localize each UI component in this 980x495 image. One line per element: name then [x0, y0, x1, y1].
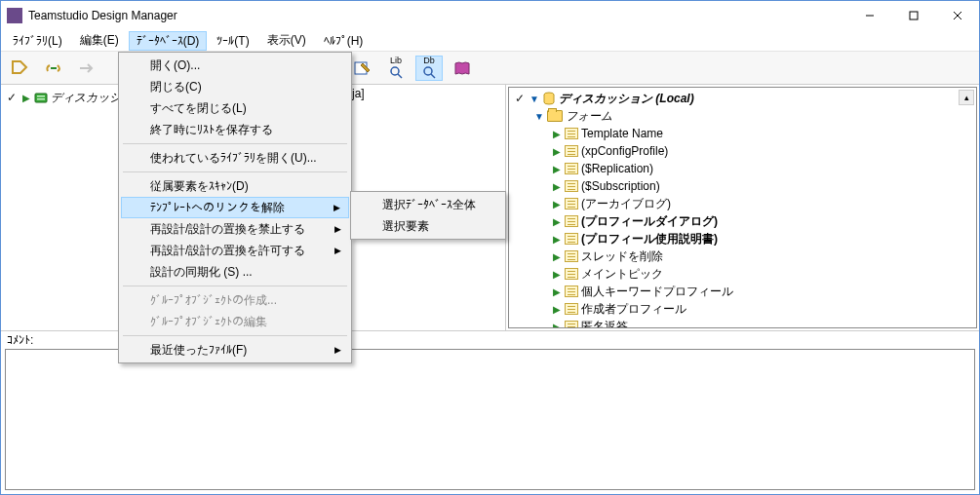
tree-item[interactable]: ($Replication) [513, 160, 972, 177]
expand-arrow-icon[interactable] [552, 146, 562, 157]
scroll-up-icon[interactable]: ▴ [959, 90, 974, 105]
menu-open[interactable]: 開く(O)... [121, 55, 349, 76]
menu-recent-files[interactable]: 最近使ったﾌｧｲﾙ(F)▶ [121, 339, 349, 361]
form-icon [565, 250, 578, 262]
expand-arrow-icon[interactable] [21, 93, 31, 103]
right-root-label: ディスカッション (Local) [559, 91, 694, 107]
expand-arrow-icon[interactable] [552, 181, 562, 192]
tree-item-label: 作成者プロフィール [581, 301, 686, 318]
menu-save-on-exit[interactable]: 終了時にﾘｽﾄを保存する [121, 119, 349, 140]
close-button[interactable] [935, 2, 979, 29]
menu-tool[interactable]: ﾂｰﾙ(T) [209, 31, 256, 51]
titlebar: Teamstudio Design Manager [1, 1, 979, 30]
tool-lib-search-icon[interactable]: Lib [382, 56, 410, 81]
tree-item[interactable]: Template Name [513, 125, 972, 142]
tree-item-label: (プロフィールダイアログ) [581, 213, 718, 230]
menu-separator [123, 171, 347, 172]
menu-separator [123, 143, 347, 144]
form-icon [565, 163, 578, 174]
tree-item[interactable]: ($Subscription) [513, 177, 972, 195]
tree-item[interactable]: (プロフィール使用説明書) [513, 230, 972, 248]
menu-library[interactable]: ﾗｲﾌﾞﾗﾘ(L) [5, 31, 70, 51]
database-dropdown: 開く(O)... 閉じる(C) すべてを閉じる(L) 終了時にﾘｽﾄを保存する … [118, 52, 352, 363]
menu-separator [123, 286, 347, 286]
expand-arrow-icon[interactable] [552, 304, 562, 315]
submenu-entire-db[interactable]: 選択ﾃﾞｰﾀﾍﾞｰｽ全体 [353, 194, 503, 215]
collapse-arrow-icon[interactable] [529, 94, 539, 104]
lib-label: Lib [390, 57, 402, 65]
svg-rect-12 [37, 98, 45, 100]
submenu-arrow-icon: ▶ [334, 345, 341, 355]
tree-item[interactable]: スレッドを削除 [513, 248, 972, 265]
tree-item[interactable]: メイントピック [513, 265, 972, 283]
app-window: Teamstudio Design Manager ﾗｲﾌﾞﾗﾘ(L) 編集(E… [0, 0, 980, 495]
menu-forbid-redesign[interactable]: 再設計/設計の置換を禁止する▶ [121, 218, 349, 240]
expand-arrow-icon[interactable] [552, 234, 562, 245]
form-icon [565, 215, 578, 227]
tool-link-icon[interactable] [40, 56, 67, 81]
tree-item-label: ($Replication) [581, 162, 653, 175]
tree-item-label: (xpConfigProfile) [581, 144, 668, 158]
comment-textarea[interactable] [5, 349, 975, 490]
svg-rect-1 [910, 12, 918, 19]
tree-item[interactable]: (プロフィールダイアログ) [513, 212, 972, 230]
submenu-arrow-icon: ▶ [334, 224, 341, 234]
menu-sync-design[interactable]: 設計の同期化 (S) ... [121, 261, 349, 283]
right-tree[interactable]: ▴ ディスカッション (Local) フォーム Template Name [508, 87, 977, 328]
expand-arrow-icon[interactable] [552, 251, 562, 262]
expand-arrow-icon[interactable] [552, 199, 562, 209]
menu-view[interactable]: 表示(V) [259, 29, 314, 52]
tree-item-label: Template Name [581, 127, 663, 140]
menu-allow-redesign[interactable]: 再設計/設計の置換を許可する▶ [121, 240, 349, 261]
menu-create-group: ｸﾞﾙｰﾌﾟｵﾌﾞｼﾞｪｸﾄの作成... [121, 289, 349, 311]
tree-item[interactable]: (xpConfigProfile) [513, 142, 972, 160]
right-form-folder[interactable]: フォーム [513, 107, 972, 125]
expand-arrow-icon[interactable] [552, 216, 562, 227]
menu-help[interactable]: ﾍﾙﾌﾟ(H) [316, 31, 372, 51]
minimize-button[interactable] [847, 2, 891, 29]
tool-edit-form-icon[interactable] [349, 56, 376, 81]
expand-arrow-icon[interactable] [552, 129, 562, 139]
tool-db-search-icon[interactable]: Db [415, 56, 443, 81]
form-icon [565, 286, 578, 297]
database-icon [542, 92, 556, 105]
tree-item[interactable]: 作成者プロフィール [513, 300, 972, 318]
tree-item-label: 匿名返答 [581, 319, 628, 329]
menu-edit[interactable]: 編集(E) [72, 29, 127, 52]
tool-book-icon[interactable] [449, 56, 476, 81]
tree-item-label: 個人キーワードプロフィール [581, 284, 733, 300]
form-icon [565, 128, 578, 139]
window-title: Teamstudio Design Manager [28, 9, 847, 22]
menu-scan-dependents[interactable]: 従属要素をｽｷｬﾝ(D) [121, 175, 349, 197]
expand-arrow-icon[interactable] [552, 164, 562, 174]
tree-item[interactable]: 匿名返答 [513, 318, 972, 328]
form-icon [565, 303, 578, 315]
form-folder-label: フォーム [566, 108, 612, 125]
expand-arrow-icon[interactable] [552, 322, 562, 329]
svg-line-9 [431, 74, 435, 78]
collapse-arrow-icon[interactable] [534, 111, 544, 122]
tree-item[interactable]: (アーカイブログ) [513, 195, 972, 212]
tree-item-label: (アーカイブログ) [581, 196, 671, 212]
menu-close[interactable]: 閉じる(C) [121, 76, 349, 97]
right-pane: ▴ ディスカッション (Local) フォーム Template Name [506, 85, 979, 330]
svg-line-7 [398, 74, 402, 78]
check-icon [7, 91, 19, 104]
menubar: ﾗｲﾌﾞﾗﾘ(L) 編集(E) ﾃﾞｰﾀﾍﾞｰｽ(D) ﾂｰﾙ(T) 表示(V)… [1, 30, 979, 52]
menu-database[interactable]: ﾃﾞｰﾀﾍﾞｰｽ(D) [129, 31, 208, 51]
expand-arrow-icon[interactable] [552, 286, 562, 297]
tool-tag-icon[interactable] [7, 56, 34, 81]
maximize-button[interactable] [891, 2, 935, 29]
tree-item[interactable]: 個人キーワードプロフィール [513, 283, 972, 300]
menu-close-all[interactable]: すべてを閉じる(L) [121, 97, 349, 119]
menu-separator [123, 335, 347, 336]
menu-open-used-library[interactable]: 使われているﾗｲﾌﾞﾗﾘを開く(U)... [121, 147, 349, 169]
expand-arrow-icon[interactable] [552, 269, 562, 280]
window-controls [847, 2, 979, 29]
tree-item-label: ($Subscription) [581, 179, 660, 193]
tool-forward-icon[interactable] [73, 56, 100, 81]
svg-rect-11 [37, 95, 45, 97]
menu-edit-group: ｸﾞﾙｰﾌﾟｵﾌﾞｼﾞｪｸﾄの編集 [121, 311, 349, 332]
menu-unlink-template[interactable]: ﾃﾝﾌﾟﾚｰﾄへのリンクを解除▶ [121, 197, 349, 218]
right-tree-root[interactable]: ディスカッション (Local) [513, 90, 972, 107]
